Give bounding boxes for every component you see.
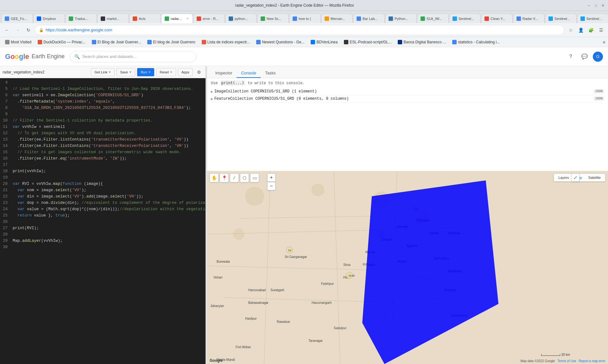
report-map-error-link[interactable]: Report a map error [579, 359, 605, 363]
line-content[interactable] [11, 244, 206, 250]
browser-tab-newsc[interactable]: New Sc... [257, 14, 289, 23]
maximize-button[interactable]: □ [593, 3, 598, 8]
browser-tab-gee[interactable]: GEE_Fo... [1, 14, 33, 23]
browser-tab-markd[interactable]: markd... [97, 14, 129, 23]
line-content[interactable]: var din = image.select('VV').add(image.s… [11, 193, 206, 200]
bookmark-item-8[interactable]: Banca Digital Banesco ... [395, 39, 448, 45]
console-tab-inspector[interactable]: Inspector [211, 69, 237, 78]
feedback-button[interactable]: 💬 [579, 51, 590, 62]
line-content[interactable]: print(vvVhIw); [11, 168, 206, 174]
line-content[interactable] [11, 231, 206, 238]
tab-close-button[interactable]: × [186, 16, 189, 21]
line-content[interactable]: // Filter the Sentinel-1 collection by m… [11, 117, 206, 124]
line-content[interactable]: var value = (Math.sqrt(dop)*((nom)/(din)… [11, 206, 206, 212]
code-editor[interactable]: 45// Load the Sentinel-1 ImageCollection… [0, 78, 206, 364]
expand-icon[interactable]: ▶ [211, 90, 213, 94]
browser-tab-traduc[interactable]: Traduc... [65, 14, 97, 23]
reload-button[interactable]: ↻ [24, 26, 33, 35]
extensions-button[interactable]: 🧩 [586, 26, 595, 35]
line-tool-button[interactable]: ∕ [230, 173, 239, 182]
hand-tool-button[interactable]: ✋ [210, 173, 218, 182]
code-line: 12 // To get images with VV and VH dual … [0, 130, 206, 136]
line-content[interactable]: .filterMetadata('system:index', 'equals'… [11, 98, 206, 105]
bookmarks-more-button[interactable]: » [603, 39, 605, 45]
browser-tab-howto[interactable]: how to ( [289, 14, 321, 23]
line-content[interactable]: var sentinel1 = ee.ImageCollection('COPE… [11, 92, 206, 98]
browser-tab-sentinel[interactable]: Sentinel... [449, 14, 481, 23]
profile-button[interactable]: 👤 [576, 26, 585, 35]
browser-tab-barlab[interactable]: Bar Lab... [353, 14, 385, 23]
bookmark-button[interactable]: ☆ [566, 26, 575, 35]
terms-of-use-link[interactable]: Terms of Use [558, 359, 576, 363]
browser-tab-radarveg[interactable]: Radar V... [513, 14, 545, 23]
line-content[interactable]: .filter(ee.Filter.listContains('transmit… [11, 136, 206, 143]
forward-button[interactable]: → [13, 26, 22, 35]
browser-tab-radar[interactable]: radar... × [161, 14, 193, 23]
apps-button[interactable]: Apps [178, 68, 193, 76]
browser-tab-sentinel3[interactable]: Sentinel... [577, 14, 608, 23]
user-avatar[interactable]: G [593, 52, 603, 62]
close-window-button[interactable]: ✕ [600, 3, 605, 8]
browser-tab-mercan[interactable]: Mercan... [321, 14, 353, 23]
line-content[interactable] [11, 162, 206, 168]
expand-map-button[interactable]: ⤢ [571, 173, 580, 182]
browser-tab-dropbox[interactable]: Dropbox [33, 14, 65, 23]
browser-tab-sentinel2[interactable]: Sentinel... [545, 14, 577, 23]
console-tab-tasks[interactable]: Tasks [261, 69, 280, 78]
satellite-view-button[interactable]: Satellite [586, 175, 603, 180]
bookmark-item-7[interactable]: ESL-Podcast-script/GL... [341, 39, 394, 45]
browser-tab-clean[interactable]: Clean Y... [481, 14, 513, 23]
zoom-out-button[interactable]: − [267, 182, 276, 190]
bookmark-item-6[interactable]: BDVenLinea [308, 39, 340, 45]
line-content[interactable] [11, 219, 206, 225]
tab-favicon [197, 16, 201, 21]
line-content[interactable]: var vvVhIw = sentinel1 [11, 124, 206, 130]
bookmark-item-5[interactable]: Newest Questions - Ge... [254, 39, 307, 45]
save-button[interactable]: Save ▼ [117, 68, 135, 76]
line-content[interactable] [11, 79, 206, 86]
line-content[interactable]: return value }, true); [11, 212, 206, 219]
browser-tab-acts[interactable]: Acts [129, 14, 161, 23]
line-content[interactable]: var dop = nom.divide(din); //equivalent … [11, 200, 206, 206]
back-button[interactable]: ← [3, 26, 11, 35]
get-link-button[interactable]: Get Link ▼ [91, 68, 115, 76]
expand-icon[interactable]: ▶ [211, 97, 213, 101]
ee-search-bar[interactable]: 🔍 Search places and datasets... [70, 51, 196, 62]
line-content[interactable] [11, 174, 206, 181]
console-tab-console[interactable]: Console [237, 69, 261, 78]
json-badge[interactable]: JSON [593, 97, 604, 101]
bookmark-item-4[interactable]: Lista de indices espectr... [199, 39, 253, 45]
browser-tab-python[interactable]: python... [225, 14, 257, 23]
line-content[interactable]: print(RVI); [11, 225, 206, 231]
run-button[interactable]: Run ▼ [137, 68, 154, 76]
browser-tab-python2[interactable]: Python... [385, 14, 417, 23]
browser-tab-error[interactable]: error - R... [193, 14, 225, 23]
line-content[interactable]: .filter(ee.Filter.eq('instrumentMode', '… [11, 155, 206, 162]
address-bar[interactable]: 🔒 https://code.earthengine.google.com [35, 25, 564, 35]
zoom-in-button[interactable]: + [267, 173, 276, 182]
reset-button[interactable]: Reset ▼ [156, 68, 176, 76]
point-tool-button[interactable]: 📍 [220, 173, 229, 182]
settings-button[interactable]: ⚙ [195, 68, 203, 76]
polygon-tool-button[interactable]: ⬡ [240, 173, 249, 182]
line-content[interactable]: // Load the Sentinel-1 ImageCollection, … [11, 86, 206, 92]
bookmark-item-9[interactable]: statistics - Calculating i... [450, 39, 502, 45]
line-content[interactable] [11, 111, 206, 117]
bookmark-item-2[interactable]: El Blog de José Guerrer... [89, 39, 143, 45]
line-content[interactable]: var nom = image.select('VV'); [11, 187, 206, 193]
line-content[interactable]: // To get images with VV and VH dual pol… [11, 130, 206, 136]
help-button[interactable]: ? [565, 51, 576, 62]
minimize-button[interactable]: ─ [586, 3, 592, 8]
menu-button[interactable]: ☰ [597, 26, 605, 35]
line-content[interactable]: Map.addLayer(vvVhIw); [11, 238, 206, 244]
line-content[interactable]: .filter(ee.Filter.listContains('transmit… [11, 143, 206, 149]
line-content[interactable]: 'S1A_IW_GRDH_1SDV_20210503T125534_202105… [11, 105, 206, 111]
bookmark-item-1[interactable]: DuckDuckGo — Privac... [35, 39, 88, 45]
line-content[interactable]: // Filter to get images collected in int… [11, 149, 206, 155]
line-content[interactable]: var RVI = vvVhIw.map(function (image){ [11, 181, 206, 187]
bookmark-item-0[interactable]: Most Visited [3, 39, 34, 45]
bookmark-item-3[interactable]: El blog de José Guerrero [145, 39, 198, 45]
json-badge[interactable]: JSON [593, 89, 604, 93]
rectangle-tool-button[interactable]: ▭ [250, 173, 259, 182]
browser-tab-s1a[interactable]: S1A_IW... [417, 14, 449, 23]
